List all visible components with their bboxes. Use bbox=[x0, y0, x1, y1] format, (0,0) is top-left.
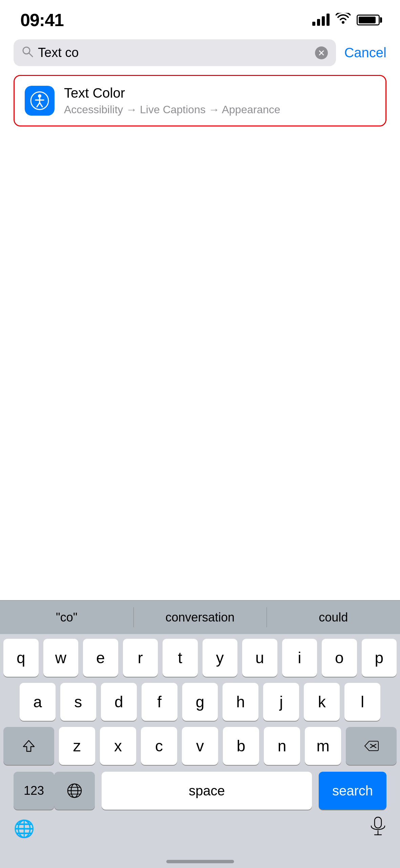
key-k[interactable]: k bbox=[304, 683, 340, 721]
predictive-item-2[interactable]: could bbox=[267, 600, 400, 634]
svg-line-2 bbox=[29, 53, 33, 57]
battery-icon bbox=[357, 15, 380, 25]
key-h[interactable]: h bbox=[223, 683, 258, 721]
key-v[interactable]: v bbox=[182, 727, 218, 765]
result-text: Text Color Accessibility → Live Captions… bbox=[64, 85, 280, 116]
svg-point-0 bbox=[342, 21, 344, 24]
cancel-button[interactable]: Cancel bbox=[344, 45, 386, 60]
svg-rect-18 bbox=[375, 817, 381, 828]
status-bar: 09:41 bbox=[0, 0, 400, 34]
space-key[interactable]: space bbox=[102, 772, 312, 810]
key-f[interactable]: f bbox=[142, 683, 177, 721]
result-path: Accessibility → Live Captions → Appearan… bbox=[64, 103, 280, 116]
key-u[interactable]: u bbox=[242, 639, 277, 677]
wifi-icon bbox=[336, 13, 351, 27]
search-key[interactable]: search bbox=[319, 772, 386, 810]
bottom-bar: 123 space search bbox=[0, 768, 400, 816]
mic-key[interactable] bbox=[370, 816, 386, 841]
key-i[interactable]: i bbox=[282, 639, 317, 677]
key-e[interactable]: e bbox=[83, 639, 118, 677]
globe-bottom-key[interactable]: 🌐 bbox=[14, 819, 35, 839]
key-t[interactable]: t bbox=[163, 639, 198, 677]
result-title: Text Color bbox=[64, 85, 280, 101]
predictive-item-0[interactable]: "co" bbox=[0, 600, 133, 634]
key-m[interactable]: m bbox=[305, 727, 341, 765]
key-b[interactable]: b bbox=[223, 727, 259, 765]
key-r[interactable]: r bbox=[123, 639, 158, 677]
key-row-3: z x c v b n m bbox=[3, 727, 397, 765]
key-s[interactable]: s bbox=[60, 683, 96, 721]
result-item[interactable]: Text Color Accessibility → Live Captions… bbox=[14, 75, 386, 126]
key-l[interactable]: l bbox=[344, 683, 380, 721]
status-time: 09:41 bbox=[20, 10, 64, 30]
key-z[interactable]: z bbox=[59, 727, 95, 765]
key-w[interactable]: w bbox=[43, 639, 79, 677]
accessibility-icon bbox=[25, 86, 55, 116]
globe-key[interactable] bbox=[54, 772, 95, 810]
home-indicator bbox=[166, 860, 234, 863]
predictive-item-1[interactable]: conversation bbox=[133, 600, 267, 634]
search-bar-row: Text co Cancel bbox=[0, 34, 400, 72]
key-c[interactable]: c bbox=[141, 727, 177, 765]
search-input[interactable]: Text co bbox=[38, 45, 310, 60]
key-a[interactable]: a bbox=[20, 683, 56, 721]
signal-icon bbox=[312, 14, 330, 26]
svg-line-9 bbox=[37, 103, 40, 107]
numeric-key[interactable]: 123 bbox=[14, 772, 54, 810]
home-indicator-bar bbox=[0, 848, 400, 868]
key-n[interactable]: n bbox=[264, 727, 300, 765]
status-icons bbox=[312, 13, 380, 27]
key-j[interactable]: j bbox=[263, 683, 299, 721]
keyboard-rows: q w e r t y u i o p a s d f g h j k l bbox=[0, 634, 400, 768]
key-d[interactable]: d bbox=[101, 683, 137, 721]
key-row-2: a s d f g h j k l bbox=[3, 683, 397, 721]
search-results: Text Color Accessibility → Live Captions… bbox=[0, 75, 400, 126]
key-g[interactable]: g bbox=[182, 683, 218, 721]
shift-key[interactable] bbox=[3, 727, 54, 765]
key-q[interactable]: q bbox=[3, 639, 39, 677]
key-x[interactable]: x bbox=[100, 727, 136, 765]
delete-key[interactable] bbox=[346, 727, 397, 765]
clear-button[interactable] bbox=[315, 46, 328, 59]
predictive-bar: "co" conversation could bbox=[0, 600, 400, 634]
key-y[interactable]: y bbox=[203, 639, 238, 677]
keyboard-area: "co" conversation could q w e r t y u i … bbox=[0, 600, 400, 868]
search-icon bbox=[22, 46, 33, 60]
key-o[interactable]: o bbox=[322, 639, 357, 677]
key-p[interactable]: p bbox=[362, 639, 397, 677]
svg-line-10 bbox=[40, 103, 42, 107]
search-input-wrapper[interactable]: Text co bbox=[14, 39, 336, 66]
key-row-1: q w e r t y u i o p bbox=[3, 639, 397, 677]
